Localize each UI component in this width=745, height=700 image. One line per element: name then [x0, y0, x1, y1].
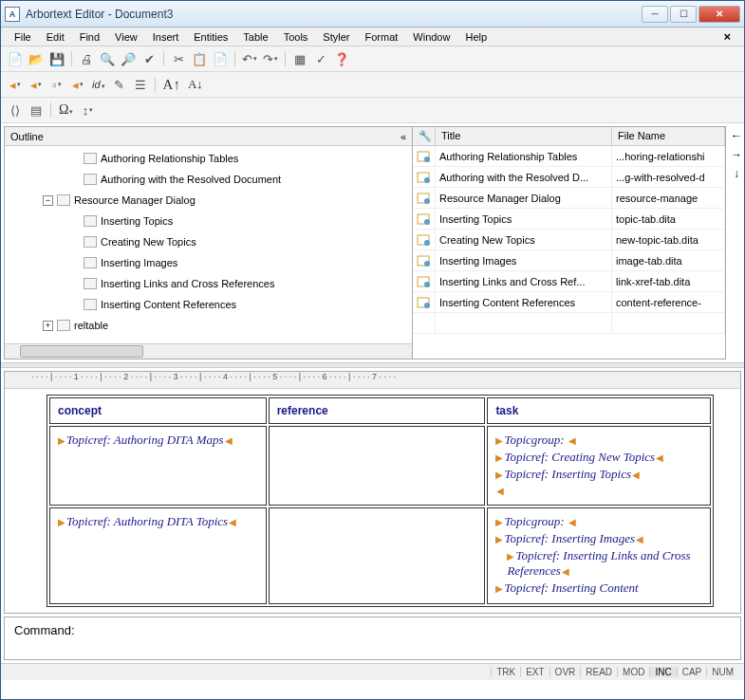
reltable-th-task: task — [487, 397, 711, 424]
outline-tree[interactable]: Authoring Relationship TablesAuthoring w… — [5, 146, 412, 343]
reltable-cell[interactable]: Topicgroup: Topicref: Creating New Topic… — [487, 426, 711, 506]
close-document-button[interactable]: × — [716, 28, 738, 46]
save-icon[interactable]: 💾 — [48, 50, 65, 67]
horizontal-splitter[interactable] — [1, 362, 744, 368]
find-icon[interactable]: 🔎 — [120, 50, 137, 67]
menu-find[interactable]: Find — [72, 29, 107, 45]
outline-hscroll[interactable] — [5, 343, 412, 359]
row-file — [612, 313, 725, 333]
document-area[interactable]: concept reference task Topicref: Authori… — [5, 389, 740, 613]
increase-font-icon[interactable]: A↑ — [161, 77, 182, 93]
tree-row[interactable]: −Resource Manager Dialog — [5, 190, 412, 211]
menu-window[interactable]: Window — [405, 29, 457, 45]
tree-row[interactable]: Creating New Topics — [5, 231, 412, 252]
edit-tag-icon[interactable]: ✎ — [111, 76, 128, 93]
table-row[interactable]: Resource Manager Dialogresource-manage — [413, 188, 725, 209]
arrow-down-icon[interactable]: ↓ — [734, 167, 739, 180]
svg-point-3 — [424, 177, 430, 183]
arrow-left-icon[interactable]: ← — [731, 129, 742, 142]
tree-row[interactable]: Inserting Topics — [5, 211, 412, 231]
reltable-cell[interactable] — [269, 507, 486, 604]
menu-entities[interactable]: Entities — [186, 29, 235, 45]
vspace-icon[interactable]: ↕ — [79, 101, 96, 119]
tree-row[interactable]: Authoring Relationship Tables — [5, 148, 412, 169]
table-body[interactable]: Authoring Relationship Tables...horing-r… — [413, 146, 725, 359]
tag3-icon[interactable]: ▫ — [48, 76, 65, 93]
reltable-cell[interactable]: Topicref: Authoring DITA Maps — [49, 426, 267, 506]
menu-insert[interactable]: Insert — [145, 29, 187, 45]
th-icon[interactable]: 🔧 — [413, 127, 436, 145]
attr-icon[interactable]: ▤ — [28, 101, 45, 119]
tree-expander[interactable]: − — [43, 195, 53, 206]
menu-styler[interactable]: Styler — [315, 29, 357, 45]
menu-edit[interactable]: Edit — [39, 29, 72, 45]
document-pane: · · · · | · · · · 1 · · · · | · · · · 2 … — [4, 371, 741, 614]
menu-format[interactable]: Format — [357, 29, 405, 45]
table-row[interactable]: Authoring Relationship Tables...horing-r… — [413, 146, 725, 167]
menu-view[interactable]: View — [107, 29, 145, 45]
reltable-th-reference: reference — [269, 397, 486, 424]
table-row[interactable]: Inserting Content Referencescontent-refe… — [413, 292, 725, 313]
minimize-button[interactable]: ─ — [642, 6, 668, 23]
collapse-outline-icon[interactable]: « — [400, 131, 406, 142]
arrow-right-icon[interactable]: → — [731, 148, 742, 161]
reltable-cell[interactable]: Topicref: Authoring DITA Topics — [49, 507, 267, 604]
tree-row[interactable]: Authoring with the Resolved Document — [5, 169, 412, 190]
relationship-table: concept reference task Topicref: Authori… — [47, 395, 714, 607]
tree-label: Inserting Topics — [101, 215, 173, 227]
table-row[interactable]: Creating New Topicsnew-topic-tab.dita — [413, 230, 725, 250]
list-icon[interactable]: ☰ — [132, 76, 149, 93]
tree-label: Creating New Topics — [101, 236, 196, 248]
status-ovr: OVR — [549, 667, 581, 677]
tag4-icon[interactable]: ◂ — [69, 76, 86, 93]
menu-table[interactable]: Table — [235, 29, 275, 45]
table-row[interactable]: Inserting Topicstopic-tab.dita — [413, 209, 725, 230]
menu-tools[interactable]: Tools — [276, 29, 316, 45]
close-button[interactable]: ✕ — [698, 6, 740, 23]
tree-label: Resource Manager Dialog — [74, 194, 196, 206]
maximize-button[interactable]: ☐ — [670, 6, 697, 23]
tree-row[interactable]: Inserting Links and Cross References — [5, 273, 412, 294]
omega-icon[interactable]: Ω — [57, 102, 75, 118]
id-tool-icon[interactable]: id — [90, 79, 107, 90]
reltable-cell[interactable]: Topicgroup: Topicref: Inserting ImagesTo… — [487, 507, 711, 604]
tree-row[interactable]: +reltable — [5, 315, 412, 336]
menu-file[interactable]: File — [7, 29, 39, 45]
tree-row[interactable]: Inserting Content References — [5, 294, 412, 315]
help-icon[interactable]: ❓ — [333, 50, 350, 67]
tag-icon[interactable]: ◂ — [7, 76, 24, 93]
tree-label: Authoring with the Resolved Document — [101, 174, 281, 185]
command-area[interactable]: Command: — [4, 617, 741, 660]
validate-icon[interactable]: ✓ — [312, 50, 329, 67]
cut-icon[interactable]: ✂ — [170, 50, 187, 67]
topicref-tag: Topicref: Creating New Topics — [495, 450, 663, 464]
tree-expander[interactable]: + — [43, 321, 53, 331]
tree-row[interactable]: Inserting Images — [5, 252, 412, 273]
table-icon[interactable]: ▦ — [291, 50, 308, 67]
tree-label: Inserting Images — [101, 257, 177, 268]
decrease-font-icon[interactable]: A↓ — [186, 77, 205, 92]
table-row[interactable]: Inserting Links and Cross Ref...link-xre… — [413, 271, 725, 292]
open-icon[interactable]: 📂 — [28, 50, 45, 67]
row-title — [436, 313, 612, 333]
preview-icon[interactable]: 🔍 — [99, 50, 116, 67]
paste-icon[interactable]: 📄 — [212, 50, 229, 67]
th-title[interactable]: Title — [436, 127, 612, 145]
table-row[interactable]: Authoring with the Resolved D......g-wit… — [413, 167, 725, 188]
spellcheck-icon[interactable]: ✔ — [140, 50, 158, 67]
element-icon[interactable]: ⟨⟩ — [7, 101, 24, 119]
tag2-icon[interactable]: ◂ — [28, 76, 45, 93]
undo-icon[interactable]: ↶ — [241, 50, 258, 67]
print-icon[interactable]: 🖨 — [78, 50, 95, 67]
table-row[interactable]: Inserting Imagesimage-tab.dita — [413, 250, 725, 271]
menu-help[interactable]: Help — [457, 29, 494, 45]
copy-icon[interactable]: 📋 — [191, 50, 208, 67]
topic-icon — [57, 320, 70, 331]
th-file[interactable]: File Name — [612, 127, 725, 145]
redo-icon[interactable]: ↷ — [262, 50, 279, 67]
row-title: Creating New Topics — [436, 230, 612, 249]
table-row[interactable] — [413, 313, 725, 334]
reltable-cell[interactable] — [269, 426, 486, 506]
new-icon[interactable]: 📄 — [7, 50, 24, 67]
svg-point-11 — [424, 261, 430, 267]
